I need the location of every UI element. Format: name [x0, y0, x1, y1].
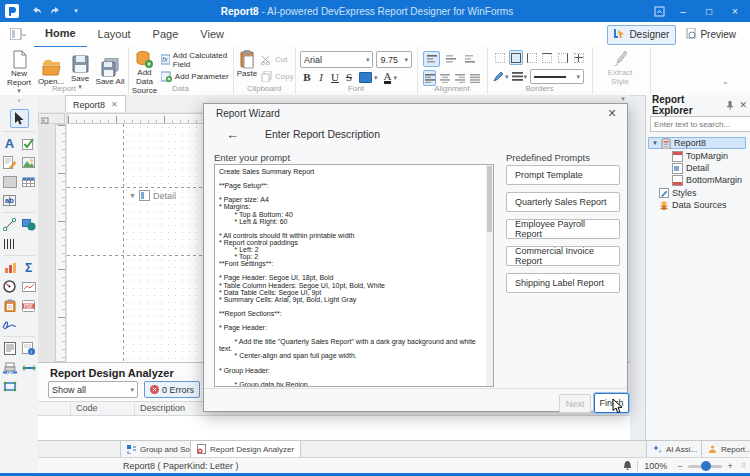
vertical-ruler[interactable] — [55, 124, 66, 362]
zoom-in-icon[interactable]: + — [728, 461, 733, 471]
border-right-button[interactable] — [556, 50, 571, 65]
character-comb-tool-icon[interactable]: ab — [1, 192, 18, 209]
pivot-grid-tool-icon[interactable]: Σ — [20, 259, 37, 276]
bold-button[interactable]: B — [300, 70, 314, 84]
barcode-tool-icon[interactable] — [1, 235, 18, 252]
add-calculated-field-button[interactable]: fx Add Calculated Field — [161, 53, 233, 66]
prompt-input[interactable]: Create Sales Summary Report **Page Setup… — [214, 164, 494, 387]
maximize-button[interactable]: □ — [700, 3, 718, 19]
errors-button[interactable]: 0 Errors — [144, 381, 200, 398]
tree-item-detail[interactable]: Detail — [672, 162, 709, 174]
predefined-shipping-label-button[interactable]: Shipping Label Report — [506, 273, 620, 293]
chart-tool-icon[interactable] — [1, 259, 18, 276]
pdf-content-tool-icon[interactable]: PDF — [20, 297, 37, 314]
toolbox-collapse-icon[interactable]: ‹ — [0, 95, 38, 107]
cross-band-box-tool-icon[interactable] — [1, 378, 18, 395]
tab-home[interactable]: Home — [34, 21, 87, 48]
designer-mode-button[interactable]: Designer — [607, 25, 676, 45]
zoom-slider-thumb[interactable] — [701, 461, 711, 471]
tab-report-tasks[interactable]: Report... — [701, 441, 750, 458]
document-tab-report8[interactable]: Report8 ✕ — [65, 95, 126, 113]
predefined-employee-payroll-button[interactable]: Employee Payroll Report — [506, 219, 620, 239]
align-top-button[interactable] — [423, 51, 440, 67]
border-line-style-button[interactable]: ▾ — [512, 72, 528, 81]
explorer-close-icon[interactable]: ✕ — [739, 100, 747, 110]
border-none-button[interactable] — [493, 50, 508, 65]
preview-mode-button[interactable]: Preview — [680, 26, 742, 44]
border-color-button[interactable]: ▾ — [493, 71, 509, 82]
copy-button[interactable]: Copy — [261, 70, 294, 83]
sparkline-tool-icon[interactable] — [20, 278, 37, 295]
label-tool-icon[interactable]: A — [1, 135, 18, 152]
analyzer-col-selector[interactable] — [38, 402, 71, 415]
prompt-scrollbar[interactable] — [486, 165, 493, 386]
next-button[interactable]: Next — [559, 394, 591, 413]
border-all-button[interactable] — [509, 50, 524, 65]
tree-item-topmargin[interactable]: TopMargin — [672, 150, 728, 162]
wizard-back-icon[interactable]: ← — [226, 127, 239, 142]
border-top-button[interactable] — [540, 50, 555, 65]
checkbox-tool-icon[interactable] — [20, 135, 37, 152]
predefined-prompt-template-button[interactable]: Prompt Template — [506, 165, 620, 185]
pointer-tool-icon[interactable] — [10, 109, 29, 128]
page-info-doc-tool-icon[interactable]: i — [20, 340, 37, 357]
explorer-search-input[interactable] — [650, 116, 750, 132]
font-color-button[interactable]: A▾ — [384, 71, 397, 84]
strikethrough-button[interactable]: S — [342, 70, 356, 84]
tab-ai-assistant[interactable]: AI Assi... — [646, 441, 704, 458]
resize-grip-icon[interactable]: ⠿ — [741, 462, 746, 470]
redo-icon[interactable] — [48, 3, 64, 19]
ribbon-options-icon[interactable] — [650, 3, 668, 19]
prompt-scrollbar-thumb[interactable] — [487, 166, 492, 232]
tab-page[interactable]: Page — [142, 22, 190, 47]
tree-item-report8[interactable]: ▼ Report8 — [648, 137, 746, 149]
align-bottom-button[interactable] — [461, 51, 478, 67]
font-name-combo[interactable]: Arial▾ — [300, 51, 373, 68]
extract-style-button[interactable]: ExtractStyle — [592, 47, 648, 86]
band-collapse-icon[interactable]: ▼ — [129, 192, 136, 199]
border-left-button[interactable] — [524, 50, 539, 65]
line-tool-icon[interactable] — [1, 216, 18, 233]
minimize-button[interactable]: – — [674, 3, 692, 19]
undo-icon[interactable] — [28, 3, 44, 19]
close-button[interactable]: × — [726, 3, 744, 19]
italic-button[interactable]: I — [314, 70, 328, 84]
ribbon-collapse-icon[interactable]: ⌃ — [722, 81, 729, 90]
table-tool-icon[interactable] — [20, 173, 37, 190]
wizard-close-icon[interactable]: ✕ — [605, 106, 619, 120]
font-size-combo[interactable]: 9.75▾ — [376, 51, 412, 68]
cut-button[interactable]: Cut — [261, 53, 294, 66]
pin-icon[interactable] — [726, 101, 734, 110]
picture-tool-icon[interactable] — [20, 154, 37, 171]
tab-layout[interactable]: Layout — [87, 22, 142, 47]
wizard-title-bar[interactable]: Report Wizard ✕ — [204, 104, 627, 122]
save-all-button[interactable]: Save All — [94, 55, 126, 86]
predefined-commercial-invoice-button[interactable]: Commercial Invoice Report — [506, 246, 620, 266]
tab-view[interactable]: View — [189, 22, 235, 47]
align-middle-button[interactable] — [442, 51, 459, 67]
cross-band-line-tool-icon[interactable] — [20, 359, 37, 376]
predefined-quarterly-sales-button[interactable]: Quarterly Sales Report — [506, 192, 620, 212]
zoom-value[interactable]: 100% — [644, 461, 667, 471]
tree-item-data-sources[interactable]: Data Sources — [659, 199, 727, 211]
panel-tool-icon[interactable] — [1, 173, 18, 190]
signature-tool-icon[interactable] — [1, 316, 18, 333]
subreport-tool-icon[interactable] — [1, 340, 18, 357]
open-report-button[interactable]: Open... — [36, 55, 66, 86]
add-parameter-button[interactable]: Add Parameter — [161, 70, 233, 83]
highlight-color-button[interactable]: ▾ — [359, 72, 378, 83]
file-menu-icon[interactable] — [10, 28, 26, 42]
paste-button[interactable]: Paste — [233, 47, 261, 78]
page-break-tool-icon[interactable] — [1, 359, 18, 376]
gauge-tool-icon[interactable] — [1, 278, 18, 295]
zoom-out-icon[interactable]: − — [677, 461, 682, 471]
app-logo-icon[interactable] — [4, 3, 20, 19]
zoom-slider[interactable] — [688, 465, 722, 468]
tree-item-styles[interactable]: Styles — [659, 187, 697, 199]
shape-tool-icon[interactable] — [20, 216, 37, 233]
notifications-bell-icon[interactable] — [623, 461, 632, 471]
analyzer-col-code[interactable]: Code — [71, 402, 135, 415]
close-tab-icon[interactable]: ✕ — [111, 100, 118, 109]
border-inside-button[interactable] — [571, 50, 586, 65]
qat-customize-icon[interactable]: ▾ — [68, 3, 84, 19]
